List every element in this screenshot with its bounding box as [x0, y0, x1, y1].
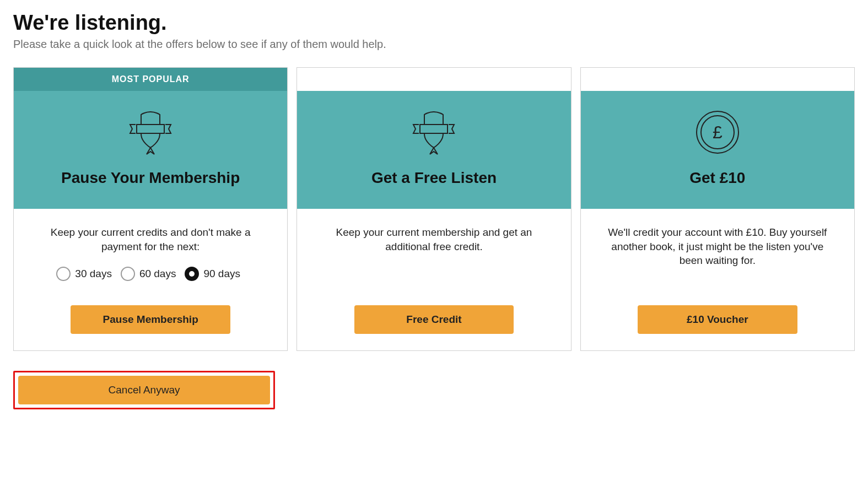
card-voucher: . £ Get £10 We'll credit your account wi…: [580, 67, 855, 351]
card-pause-body: Keep your current credits and don't make…: [14, 209, 287, 350]
radio-label-60-days: 60 days: [139, 268, 176, 280]
most-popular-badge: MOST POPULAR: [14, 68, 287, 91]
pound-coin-icon: £: [592, 107, 843, 157]
card-pause-header: Pause Your Membership: [14, 91, 287, 209]
card-pause-desc: Keep your current credits and don't make…: [33, 225, 268, 253]
card-voucher-header: £ Get £10: [581, 91, 854, 209]
card-free-listen-header: Get a Free Listen: [297, 91, 570, 209]
page-title: We're listening.: [13, 11, 855, 35]
card-free-listen-body: Keep your current membership and get an …: [297, 209, 570, 350]
card-pause: MOST POPULAR Pause Your Membership Keep …: [13, 67, 288, 351]
voucher-button[interactable]: £10 Voucher: [638, 305, 797, 334]
offer-cards: MOST POPULAR Pause Your Membership Keep …: [13, 67, 855, 351]
pause-membership-button[interactable]: Pause Membership: [71, 305, 230, 334]
radio-label-90-days: 90 days: [203, 268, 240, 280]
page-subtitle: Please take a quick look at the offers b…: [13, 38, 855, 51]
card-free-listen: . Get a Free Listen Keep your current me…: [296, 67, 571, 351]
pause-duration-options: 30 days 60 days 90 days: [33, 267, 268, 281]
shield-ribbon-icon: [308, 107, 559, 157]
card-voucher-title: Get £10: [592, 169, 843, 187]
svg-text:£: £: [713, 122, 723, 142]
radio-90-days[interactable]: [185, 267, 199, 281]
card-free-listen-title: Get a Free Listen: [308, 169, 559, 187]
card-pause-title: Pause Your Membership: [25, 169, 276, 187]
card-voucher-body: We'll credit your account with £10. Buy …: [581, 209, 854, 350]
free-credit-button[interactable]: Free Credit: [354, 305, 514, 334]
cancel-anyway-button[interactable]: Cancel Anyway: [18, 376, 270, 404]
card-free-listen-desc: Keep your current membership and get an …: [316, 225, 551, 253]
cancel-highlight: Cancel Anyway: [13, 371, 275, 409]
radio-30-days[interactable]: [56, 267, 71, 281]
radio-60-days[interactable]: [121, 267, 135, 281]
shield-ribbon-icon: [25, 107, 276, 157]
radio-label-30-days: 30 days: [75, 268, 112, 280]
card-voucher-desc: We'll credit your account with £10. Buy …: [600, 225, 835, 268]
